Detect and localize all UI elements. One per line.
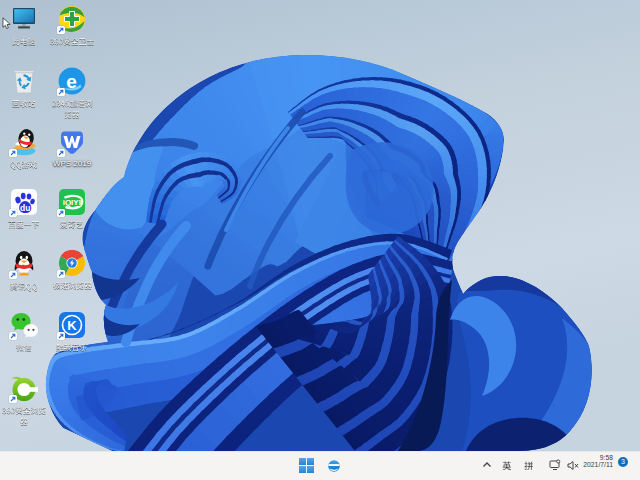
svg-text:e: e bbox=[66, 71, 77, 92]
svg-text:iQIYI: iQIYI bbox=[63, 198, 81, 207]
svg-text:du: du bbox=[20, 203, 30, 213]
svg-text:K: K bbox=[67, 318, 77, 333]
